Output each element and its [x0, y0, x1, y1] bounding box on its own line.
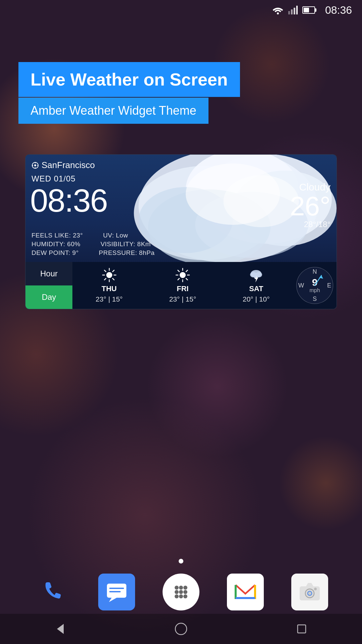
nav-home-button[interactable]: [171, 619, 191, 639]
svg-line-38: [186, 270, 188, 272]
tab-hour[interactable]: Hour: [25, 262, 72, 285]
sat-name: SAT: [249, 284, 263, 293]
indicator-dot-active: [179, 559, 183, 564]
dock: [0, 574, 362, 610]
svg-rect-2: [291, 9, 293, 14]
back-icon: [54, 622, 67, 636]
svg-line-30: [104, 278, 106, 280]
promo-title-text: Live Weather on Screen: [31, 70, 228, 89]
condition-temp: 26°: [290, 193, 330, 220]
svg-point-55: [179, 590, 183, 594]
forecast-tabs: Hour Day: [25, 262, 72, 309]
dock-apps[interactable]: [163, 574, 199, 610]
svg-marker-50: [109, 598, 117, 602]
fri-temps: 23° | 15°: [169, 295, 196, 303]
signal-icon: [288, 6, 298, 14]
widget-stats: FEELS LIKE: 23° UV: Low HUMIDITY: 60% VI…: [32, 232, 155, 258]
widget-condition: Cloudy 26° 28°/18°: [290, 181, 330, 229]
location-icon: [32, 162, 39, 169]
svg-point-0: [277, 12, 279, 14]
svg-point-17: [34, 164, 36, 166]
forecast-day-sat: SAT 20° | 10°: [220, 262, 293, 309]
svg-point-51: [175, 586, 179, 590]
dock-camera[interactable]: [291, 574, 328, 610]
fri-name: FRI: [177, 284, 188, 293]
messages-icon: [105, 580, 128, 604]
wind-compass: 9 mph N S E W: [293, 262, 337, 309]
stat-row-1: FEELS LIKE: 23° UV: Low: [32, 232, 155, 239]
battery-icon: [302, 6, 315, 14]
uv: UV: Low: [103, 232, 128, 239]
forecast-day-fri: FRI 23° | 15°: [146, 262, 219, 309]
svg-point-22: [106, 272, 112, 278]
svg-point-15: [224, 175, 299, 227]
svg-point-59: [183, 594, 187, 598]
stat-row-2: HUMIDITY: 60% VISIBILITY: 8Km: [32, 240, 155, 248]
tab-day[interactable]: Day: [25, 285, 72, 309]
svg-rect-63: [236, 597, 255, 599]
svg-rect-47: [107, 584, 126, 598]
svg-rect-3: [294, 8, 295, 14]
dew-point: DEW POINT: 9°: [32, 249, 79, 257]
widget-top: SanFrancisco WED 01/05 08:36 Cloudy 26° …: [25, 155, 337, 262]
humidity: HUMIDITY: 60%: [32, 240, 80, 248]
promo-title-box: Live Weather on Screen: [18, 62, 240, 97]
dock-phone[interactable]: [34, 574, 71, 610]
status-icons: 08:36: [272, 4, 352, 16]
nav-back-button[interactable]: [50, 619, 70, 639]
feels-like: FEELS LIKE: 23°: [32, 232, 83, 239]
svg-point-31: [180, 272, 186, 278]
svg-rect-1: [288, 11, 290, 14]
svg-rect-71: [298, 625, 306, 633]
camera-icon: [298, 580, 321, 604]
phone-icon: [41, 580, 64, 604]
svg-line-39: [178, 278, 179, 280]
visibility: VISIBILITY: 8Km: [101, 240, 151, 248]
wifi-icon: [272, 6, 284, 14]
cloud-lightning-icon-sat: [248, 268, 264, 282]
stat-row-3: DEW POINT: 9° PRESSURE: 8hPa: [32, 249, 155, 257]
svg-point-70: [175, 623, 187, 635]
svg-point-68: [314, 588, 317, 590]
promo-banner: Live Weather on Screen Amber Weather Wid…: [18, 62, 362, 124]
weather-widget[interactable]: SanFrancisco WED 01/05 08:36 Cloudy 26° …: [25, 154, 337, 309]
status-time: 08:36: [325, 4, 352, 16]
pressure: PRESSURE: 8hPa: [99, 249, 155, 257]
svg-line-28: [113, 278, 114, 280]
home-icon: [174, 622, 188, 636]
condition-range: 28°/18°: [290, 220, 330, 229]
dock-messages[interactable]: [98, 574, 135, 610]
compass-container: 9 mph N S E W: [296, 267, 333, 304]
widget-time: 08:36: [30, 182, 107, 219]
widget-location: SanFrancisco: [32, 160, 95, 170]
forecast-day-thu: THU 23° | 15°: [72, 262, 146, 309]
promo-subtitle-box: Amber Weather Widget Theme: [18, 98, 208, 124]
sat-temps: 20° | 10°: [243, 295, 270, 303]
svg-rect-4: [296, 6, 298, 14]
nav-recents-button[interactable]: [292, 619, 312, 639]
dock-gmail[interactable]: [227, 574, 264, 610]
compass-arrow-svg: [296, 267, 333, 304]
svg-line-36: [178, 270, 179, 272]
widget-forecast: Hour Day: [25, 262, 337, 309]
thu-name: THU: [102, 284, 117, 293]
location-text: SanFrancisco: [42, 160, 95, 170]
svg-point-53: [183, 586, 187, 590]
sun-icon-thu: [102, 268, 117, 282]
svg-line-37: [186, 278, 188, 280]
sun-icon-fri: [175, 268, 190, 282]
recents-icon: [295, 622, 308, 636]
status-bar: 08:36: [0, 0, 362, 20]
svg-line-29: [113, 270, 114, 272]
svg-point-54: [175, 590, 179, 594]
svg-point-56: [183, 590, 187, 594]
gmail-icon: [234, 580, 257, 604]
svg-line-27: [104, 270, 106, 272]
page-indicator: [179, 559, 183, 564]
apps-icon: [171, 582, 191, 602]
svg-point-58: [179, 594, 183, 598]
promo-subtitle-text: Amber Weather Widget Theme: [31, 104, 196, 117]
svg-point-57: [175, 594, 179, 598]
forecast-days: THU 23° | 15°: [72, 262, 293, 309]
nav-bar: [0, 614, 362, 644]
